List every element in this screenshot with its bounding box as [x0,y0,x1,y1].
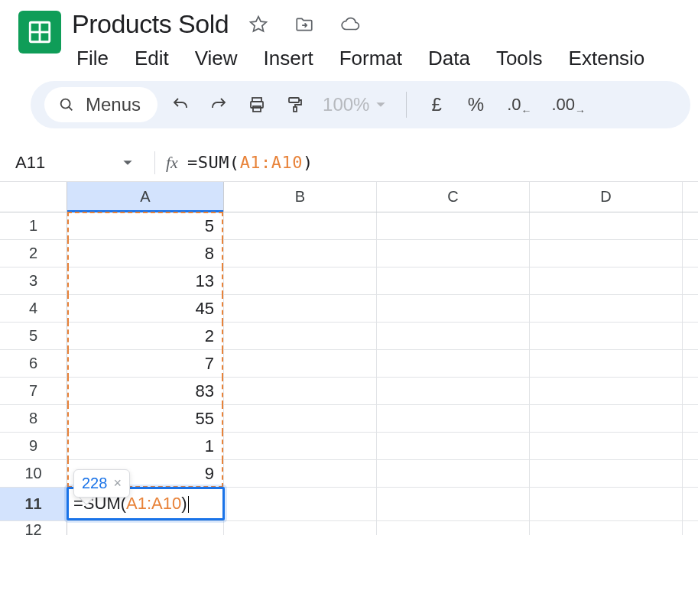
cell-C7[interactable] [377,378,530,404]
cell-C12[interactable] [377,521,530,535]
cell-B2[interactable] [224,240,377,267]
cell-D8[interactable] [530,405,683,432]
menu-format[interactable]: Format [339,47,402,70]
cell-D1[interactable] [530,212,683,239]
menu-search[interactable]: Menus [44,87,157,122]
menu-data[interactable]: Data [428,47,470,70]
paint-format-button[interactable] [280,89,310,120]
close-icon[interactable]: × [113,475,122,491]
row-header[interactable]: 4 [0,295,67,322]
grid-row: 9 1 [0,433,698,460]
svg-line-4 [69,107,72,110]
cell-B3[interactable] [224,267,377,294]
cell-B9[interactable] [224,433,377,459]
cell-A9[interactable]: 1 [67,433,224,459]
toolbar: Menus 100% £ % .0← .00→ [31,81,690,128]
cell-A7[interactable]: 83 [67,378,224,404]
grid-row: 6 7 [0,350,698,378]
cell-D6[interactable] [530,350,683,377]
cell-C5[interactable] [377,323,530,349]
undo-button[interactable] [165,89,196,120]
column-headers-row: A B C D [0,182,698,212]
sheets-logo-icon[interactable] [18,11,61,53]
zoom-selector[interactable]: 100% [318,94,391,115]
cell-D7[interactable] [530,378,683,404]
cell-C9[interactable] [377,433,530,459]
formula-input[interactable]: =SUM(A1:A10) [187,153,313,172]
cell-A1[interactable]: 5 [67,212,224,239]
row-header[interactable]: 3 [0,267,67,294]
currency-format-button[interactable]: £ [422,94,450,115]
row-header[interactable]: 7 [0,378,67,404]
column-header-A[interactable]: A [67,182,224,212]
row-header[interactable]: 10 [0,460,67,487]
cell-B12[interactable] [224,521,377,535]
spreadsheet-grid: A B C D 1 5 2 8 3 13 4 45 5 2 [0,182,698,535]
cell-B4[interactable] [224,295,377,322]
cell-D3[interactable] [530,267,683,294]
cell-C10[interactable] [377,460,530,487]
cell-D9[interactable] [530,433,683,459]
row-header[interactable]: 12 [0,521,67,535]
cell-D12[interactable] [530,521,683,535]
row-header[interactable]: 1 [0,212,67,239]
decrease-decimal-button[interactable]: .0← [501,95,537,115]
cell-A8[interactable]: 55 [67,405,224,432]
cell-D11[interactable] [530,488,683,520]
cell-B1[interactable] [224,212,377,239]
print-button[interactable] [242,89,272,120]
cell-A2[interactable]: 8 [67,240,224,267]
cell-C3[interactable] [377,267,530,294]
cell-A12[interactable] [67,521,224,535]
row-header[interactable]: 5 [0,323,67,349]
menu-extensions[interactable]: Extensio [569,47,645,70]
row-header[interactable]: 11 [0,488,67,520]
cell-B5[interactable] [224,323,377,349]
document-title[interactable]: Products Sold [72,9,229,39]
cell-B7[interactable] [224,378,377,404]
menu-edit[interactable]: Edit [135,47,169,70]
grid-row: 5 2 [0,323,698,350]
cell-C8[interactable] [377,405,530,432]
cell-D10[interactable] [530,460,683,487]
row-header[interactable]: 8 [0,405,67,432]
column-header-B[interactable]: B [224,182,377,212]
cell-C4[interactable] [377,295,530,322]
cell-C1[interactable] [377,212,530,239]
cell-B6[interactable] [224,350,377,377]
cell-A3[interactable]: 13 [67,267,224,294]
column-header-C[interactable]: C [377,182,530,212]
cell-A5[interactable]: 2 [67,323,224,349]
row-header[interactable]: 9 [0,433,67,459]
cell-A6[interactable]: 7 [67,350,224,377]
menu-file[interactable]: File [76,47,109,70]
increase-decimal-button[interactable]: .00→ [546,95,592,115]
column-header-D[interactable]: D [530,182,683,212]
cell-B10[interactable] [224,460,377,487]
star-icon[interactable] [247,13,270,36]
cell-D2[interactable] [530,240,683,267]
fx-divider [154,151,155,174]
cell-A4[interactable]: 45 [67,295,224,322]
row-header[interactable]: 6 [0,350,67,377]
redo-button[interactable] [203,89,234,120]
menu-view[interactable]: View [195,47,238,70]
cell-C2[interactable] [377,240,530,267]
row-header[interactable]: 2 [0,240,67,267]
cell-B11[interactable] [224,488,377,520]
percent-format-button[interactable]: % [459,94,493,115]
cell-C6[interactable] [377,350,530,377]
move-folder-icon[interactable] [293,13,316,36]
menu-tools[interactable]: Tools [496,47,543,70]
arrow-right-icon: → [575,105,586,117]
cloud-status-icon[interactable] [339,13,362,36]
menu-insert[interactable]: Insert [264,47,313,70]
svg-rect-7 [253,106,261,112]
cell-C11[interactable] [377,488,530,520]
cell-D4[interactable] [530,295,683,322]
cell-B8[interactable] [224,405,377,432]
select-all-corner[interactable] [0,182,67,212]
cell-D5[interactable] [530,323,683,349]
svg-rect-8 [289,98,299,102]
name-box[interactable]: A11 [15,153,144,173]
